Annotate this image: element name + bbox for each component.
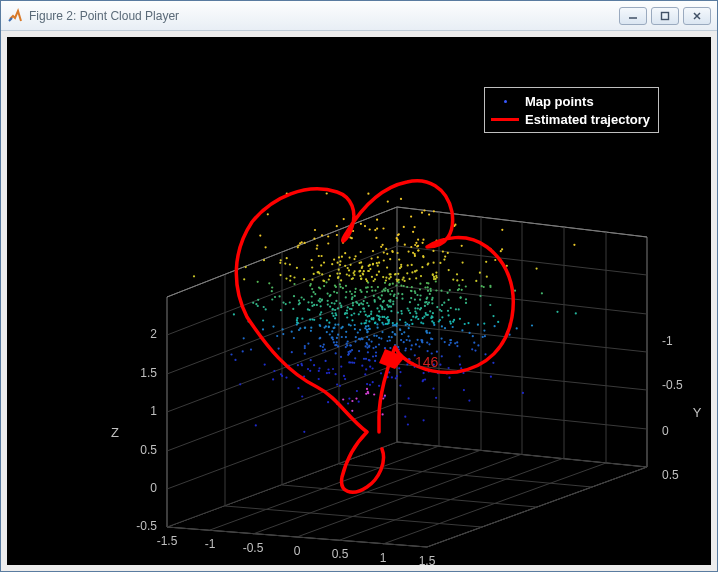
svg-point-520 xyxy=(414,244,416,246)
svg-point-463 xyxy=(327,401,329,403)
svg-point-407 xyxy=(460,367,462,369)
svg-point-507 xyxy=(422,242,424,244)
svg-point-659 xyxy=(351,237,353,239)
svg-point-846 xyxy=(309,285,311,287)
close-button[interactable] xyxy=(683,7,711,25)
titlebar[interactable]: Figure 2: Point Cloud Player xyxy=(1,1,717,31)
window-title: Figure 2: Point Cloud Player xyxy=(29,9,613,23)
legend[interactable]: Map points Estimated trajectory xyxy=(484,87,659,133)
svg-point-97 xyxy=(359,329,361,331)
svg-point-669 xyxy=(424,286,426,288)
svg-point-652 xyxy=(355,336,357,338)
svg-point-188 xyxy=(382,227,384,229)
svg-point-567 xyxy=(280,259,282,261)
svg-point-475 xyxy=(372,250,374,252)
svg-point-190 xyxy=(339,302,341,304)
svg-point-370 xyxy=(320,317,322,319)
z-ticks: -0.5 0 0.5 1 1.5 2 xyxy=(136,327,157,533)
svg-point-235 xyxy=(399,385,401,387)
svg-point-522 xyxy=(373,335,375,337)
svg-point-453 xyxy=(339,260,341,262)
svg-point-711 xyxy=(454,342,456,344)
minimize-button[interactable] xyxy=(619,7,647,25)
svg-point-405 xyxy=(265,308,267,310)
svg-point-790 xyxy=(381,307,383,309)
svg-text:0: 0 xyxy=(150,481,157,495)
svg-point-374 xyxy=(462,279,464,281)
svg-point-308 xyxy=(433,324,435,326)
svg-point-635 xyxy=(296,321,298,323)
svg-point-908 xyxy=(374,278,376,280)
svg-point-932 xyxy=(405,347,407,349)
svg-point-791 xyxy=(391,336,393,338)
svg-point-246 xyxy=(376,274,378,276)
svg-point-928 xyxy=(390,273,392,275)
svg-point-938 xyxy=(354,295,356,297)
svg-point-730 xyxy=(296,319,298,321)
svg-point-90 xyxy=(366,329,368,331)
svg-point-514 xyxy=(385,248,387,250)
svg-point-399 xyxy=(400,310,402,312)
svg-point-692 xyxy=(320,264,322,266)
svg-point-226 xyxy=(193,275,195,277)
svg-point-109 xyxy=(360,251,362,253)
svg-point-793 xyxy=(367,286,369,288)
svg-point-307 xyxy=(355,288,357,290)
svg-point-677 xyxy=(483,330,485,332)
svg-point-244 xyxy=(328,326,330,328)
axes-3d[interactable]: -1.5 -1 -0.5 0 0.5 1 1.5 -1 -0.5 0 0.5 -… xyxy=(7,37,711,565)
svg-point-471 xyxy=(326,331,328,333)
svg-point-582 xyxy=(368,315,370,317)
svg-point-562 xyxy=(285,377,287,379)
svg-point-823 xyxy=(274,296,276,298)
svg-point-478 xyxy=(365,325,367,327)
svg-point-402 xyxy=(366,342,368,344)
svg-point-316 xyxy=(354,341,356,343)
y-axis-label: Y xyxy=(693,405,702,420)
svg-point-500 xyxy=(346,343,348,345)
svg-point-75 xyxy=(450,342,452,344)
svg-point-326 xyxy=(371,286,373,288)
svg-point-624 xyxy=(326,372,328,374)
legend-entry-trajectory[interactable]: Estimated trajectory xyxy=(491,110,650,128)
svg-point-695 xyxy=(382,301,384,303)
svg-point-821 xyxy=(334,317,336,319)
svg-point-930 xyxy=(388,320,390,322)
svg-point-395 xyxy=(304,353,306,355)
svg-point-163 xyxy=(365,345,367,347)
svg-point-923 xyxy=(239,383,241,385)
svg-point-549 xyxy=(371,258,373,260)
svg-point-712 xyxy=(319,301,321,303)
svg-point-525 xyxy=(321,255,323,257)
svg-point-56 xyxy=(263,259,265,261)
svg-point-697 xyxy=(404,416,406,418)
svg-point-181 xyxy=(461,245,463,247)
svg-point-825 xyxy=(396,323,398,325)
svg-point-248 xyxy=(406,323,408,325)
svg-point-553 xyxy=(296,267,298,269)
svg-point-842 xyxy=(327,235,329,237)
svg-point-713 xyxy=(371,318,373,320)
svg-point-889 xyxy=(432,312,434,314)
svg-point-277 xyxy=(293,295,295,297)
svg-point-616 xyxy=(477,344,479,346)
svg-point-665 xyxy=(326,192,328,194)
svg-point-187 xyxy=(353,274,355,276)
svg-point-450 xyxy=(333,327,335,329)
svg-point-936 xyxy=(346,316,348,318)
svg-point-310 xyxy=(378,262,380,264)
svg-point-311 xyxy=(449,321,451,323)
svg-point-906 xyxy=(367,331,369,333)
svg-point-255 xyxy=(440,290,442,292)
svg-point-251 xyxy=(384,282,386,284)
svg-point-264 xyxy=(280,274,282,276)
svg-point-898 xyxy=(356,302,358,304)
svg-point-487 xyxy=(401,313,403,315)
svg-point-700 xyxy=(421,341,423,343)
legend-entry-map-points[interactable]: Map points xyxy=(491,92,650,110)
svg-point-770 xyxy=(391,290,393,292)
svg-point-257 xyxy=(450,307,452,309)
svg-point-962 xyxy=(342,398,344,400)
maximize-button[interactable] xyxy=(651,7,679,25)
svg-point-256 xyxy=(331,263,333,265)
